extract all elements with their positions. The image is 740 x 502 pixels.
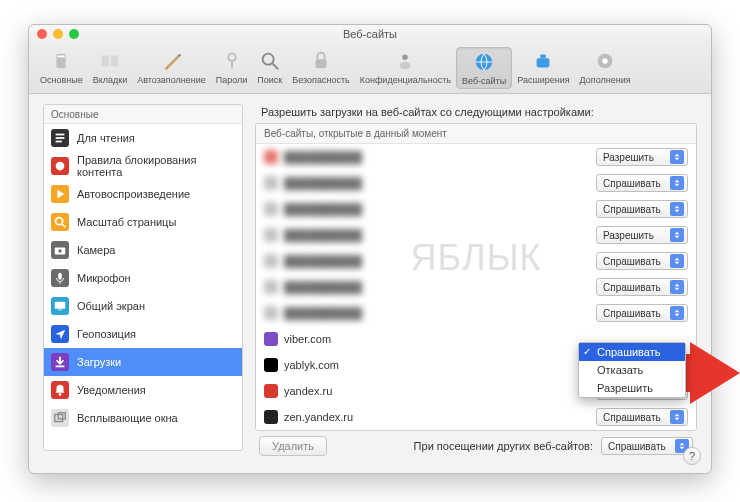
sidebar-item-screenshare[interactable]: Общий экран: [44, 292, 242, 320]
toolbar-security[interactable]: Безопасность: [287, 47, 354, 87]
svg-rect-30: [56, 366, 65, 368]
microphone-icon: [51, 269, 69, 287]
toolbar-passwords[interactable]: Пароли: [211, 47, 253, 87]
sidebar-item-popups[interactable]: Всплывающие окна: [44, 404, 242, 432]
site-setting-dropdown[interactable]: Спрашивать: [596, 200, 688, 218]
dropdown-value: Спрашивать: [603, 308, 661, 319]
sidebar-item-microphone[interactable]: Микрофон: [44, 264, 242, 292]
sidebar-item-zoom[interactable]: Масштаб страницы: [44, 208, 242, 236]
toolbar-general[interactable]: Основные: [35, 47, 88, 87]
sidebar-item-label: Геопозиция: [77, 328, 136, 340]
footer: Удалить При посещении других веб-сайтов:…: [255, 431, 697, 461]
sidebar-item-location[interactable]: Геопозиция: [44, 320, 242, 348]
svg-rect-25: [58, 273, 62, 280]
site-row[interactable]: ██████████Спрашивать: [256, 196, 696, 222]
default-setting-dropdown[interactable]: Спрашивать: [601, 437, 693, 455]
help-button[interactable]: ?: [683, 447, 701, 465]
menu-item[interactable]: Разрешить: [579, 379, 685, 397]
menu-item-label: Отказать: [597, 364, 643, 376]
sidebar-item-label: Правила блокирования контента: [77, 154, 235, 178]
toolbar-advanced[interactable]: Дополнения: [575, 47, 636, 87]
site-domain: ██████████: [284, 255, 590, 267]
sidebar-item-notifications[interactable]: Уведомления: [44, 376, 242, 404]
sidebar-item-autoplay[interactable]: Автовоспроизведение: [44, 180, 242, 208]
toolbar-label: Безопасность: [292, 75, 349, 85]
svg-line-7: [273, 63, 279, 69]
site-domain: zen.yandex.ru: [284, 411, 590, 423]
site-setting-dropdown[interactable]: Спрашивать: [596, 252, 688, 270]
setting-dropdown-menu[interactable]: ✓СпрашиватьОтказатьРазрешить: [578, 342, 686, 398]
toolbar-autofill[interactable]: Автозаполнение: [132, 47, 211, 87]
screenshare-icon: [51, 297, 69, 315]
sidebar: Основные Для чтенияПравила блокирования …: [43, 104, 243, 451]
sidebar-item-label: Масштаб страницы: [77, 216, 176, 228]
downloads-icon: [51, 353, 69, 371]
toolbar-label: Расширения: [517, 75, 569, 85]
sidebar-item-reader[interactable]: Для чтения: [44, 124, 242, 152]
site-row[interactable]: ██████████Спрашивать: [256, 170, 696, 196]
site-setting-dropdown[interactable]: Спрашивать: [596, 408, 688, 426]
svg-rect-12: [537, 58, 550, 67]
svg-rect-5: [231, 61, 233, 68]
site-setting-dropdown[interactable]: Разрешить: [596, 148, 688, 166]
svg-rect-28: [58, 310, 62, 311]
toolbar-privacy[interactable]: Конфиденциальность: [355, 47, 456, 87]
site-domain: yandex.ru: [284, 385, 590, 397]
sidebar-item-label: Камера: [77, 244, 115, 256]
site-row[interactable]: ██████████Спрашивать: [256, 248, 696, 274]
site-setting-dropdown[interactable]: Спрашивать: [596, 174, 688, 192]
toolbar-extensions[interactable]: Расширения: [512, 47, 574, 87]
site-domain: yablyk.com: [284, 359, 590, 371]
dropdown-value: Разрешить: [603, 230, 654, 241]
site-domain: viber.com: [284, 333, 590, 345]
sidebar-item-contentblock[interactable]: Правила блокирования контента: [44, 152, 242, 180]
notifications-icon: [51, 381, 69, 399]
general-icon: [49, 49, 73, 73]
svg-point-24: [58, 249, 62, 253]
site-row[interactable]: ██████████Разрешить: [256, 144, 696, 170]
site-setting-dropdown[interactable]: Спрашивать: [596, 278, 688, 296]
zoom-icon[interactable]: [69, 29, 79, 39]
site-setting-dropdown[interactable]: Разрешить: [596, 226, 688, 244]
site-row[interactable]: ██████████Спрашивать: [256, 274, 696, 300]
sidebar-item-label: Уведомления: [77, 384, 146, 396]
chevron-updown-icon: [670, 228, 684, 242]
sidebar-header: Основные: [44, 105, 242, 124]
toolbar-websites[interactable]: Веб-сайты: [456, 47, 512, 89]
chevron-updown-icon: [670, 306, 684, 320]
site-domain: ██████████: [284, 229, 590, 241]
preferences-window: Веб-сайты ОсновныеВкладкиАвтозаполнениеП…: [28, 24, 712, 474]
site-row[interactable]: ██████████Разрешить: [256, 222, 696, 248]
location-icon: [51, 325, 69, 343]
sidebar-item-downloads[interactable]: Загрузки: [44, 348, 242, 376]
svg-rect-33: [58, 413, 65, 419]
passwords-icon: [220, 49, 244, 73]
close-icon[interactable]: [37, 29, 47, 39]
site-setting-dropdown[interactable]: Спрашивать: [596, 304, 688, 322]
toolbar-search[interactable]: Поиск: [252, 47, 287, 87]
sidebar-item-label: Всплывающие окна: [77, 412, 178, 424]
favicon-icon: [264, 410, 278, 424]
toolbar-label: Поиск: [257, 75, 282, 85]
delete-button[interactable]: Удалить: [259, 436, 327, 456]
sidebar-item-label: Загрузки: [77, 356, 121, 368]
toolbar-tabs[interactable]: Вкладки: [88, 47, 133, 87]
site-row[interactable]: zen.yandex.ruСпрашивать: [256, 404, 696, 430]
minimize-icon[interactable]: [53, 29, 63, 39]
dropdown-value: Спрашивать: [603, 178, 661, 189]
sidebar-item-camera[interactable]: Камера: [44, 236, 242, 264]
chevron-updown-icon: [670, 410, 684, 424]
advanced-icon: [593, 49, 617, 73]
menu-item[interactable]: Отказать: [579, 361, 685, 379]
favicon-icon: [264, 358, 278, 372]
toolbar-label: Вкладки: [93, 75, 128, 85]
site-row[interactable]: ██████████Спрашивать: [256, 300, 696, 326]
popups-icon: [51, 409, 69, 427]
extensions-icon: [531, 49, 555, 73]
menu-item[interactable]: ✓Спрашивать: [579, 343, 685, 361]
check-icon: ✓: [583, 346, 591, 357]
security-icon: [309, 49, 333, 73]
dropdown-value: Спрашивать: [603, 412, 661, 423]
svg-point-19: [56, 162, 65, 171]
site-domain: ██████████: [284, 177, 590, 189]
